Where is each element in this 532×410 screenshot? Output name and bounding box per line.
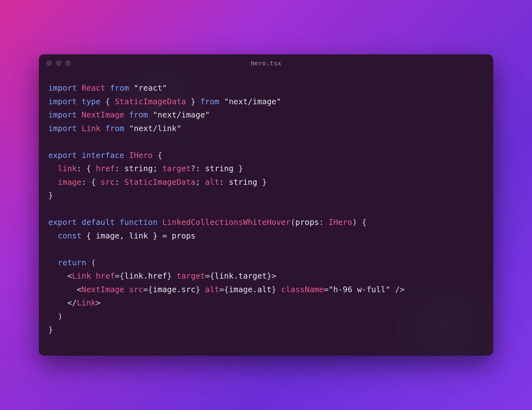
code-line: return (	[48, 258, 96, 267]
editor-window: Hero.tsx import React from "react" impor…	[39, 54, 493, 356]
code-line: image: { src: StaticImageData; alt: stri…	[48, 178, 267, 187]
code-line: }	[48, 325, 53, 334]
code-line: }	[48, 191, 53, 200]
window-titlebar: Hero.tsx	[39, 54, 493, 72]
traffic-lights	[46, 60, 71, 66]
close-icon[interactable]	[46, 60, 52, 66]
code-line: import Link from "next/link"	[48, 124, 181, 133]
window-title: Hero.tsx	[46, 59, 486, 67]
code-line: </Link>	[48, 298, 101, 307]
code-line: link: { href: string; target?: string }	[48, 164, 243, 173]
code-line: import type { StaticImageData } from "ne…	[48, 97, 281, 106]
code-line: <Link href={link.href} target={link.targ…	[48, 271, 276, 280]
minimize-icon[interactable]	[56, 60, 62, 66]
code-line: )	[48, 312, 62, 321]
maximize-icon[interactable]	[65, 60, 71, 66]
code-line: import React from "react"	[48, 83, 167, 93]
code-line: const { image, link } = props	[48, 231, 196, 240]
code-line: export default function LinkedCollection…	[48, 218, 367, 227]
code-line: <NextImage src={image.src} alt={image.al…	[48, 285, 405, 294]
code-line: export interface IHero {	[48, 151, 162, 160]
code-editor[interactable]: import React from "react" import type { …	[39, 72, 493, 356]
code-line: import NextImage from "next/image"	[48, 110, 210, 119]
